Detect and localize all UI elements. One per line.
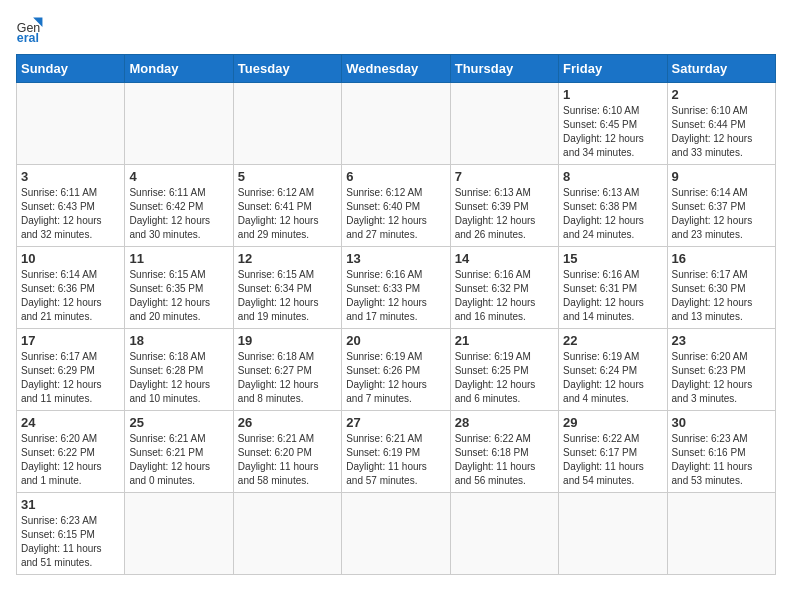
- calendar-day-cell: 11Sunrise: 6:15 AM Sunset: 6:35 PM Dayli…: [125, 247, 233, 329]
- calendar-day-cell: 14Sunrise: 6:16 AM Sunset: 6:32 PM Dayli…: [450, 247, 558, 329]
- day-info: Sunrise: 6:20 AM Sunset: 6:22 PM Dayligh…: [21, 432, 120, 488]
- calendar-week-row: 31Sunrise: 6:23 AM Sunset: 6:15 PM Dayli…: [17, 493, 776, 575]
- day-info: Sunrise: 6:18 AM Sunset: 6:28 PM Dayligh…: [129, 350, 228, 406]
- weekday-header: Friday: [559, 55, 667, 83]
- calendar-day-cell: 13Sunrise: 6:16 AM Sunset: 6:33 PM Dayli…: [342, 247, 450, 329]
- calendar-day-cell: 19Sunrise: 6:18 AM Sunset: 6:27 PM Dayli…: [233, 329, 341, 411]
- calendar-day-cell: [342, 493, 450, 575]
- calendar-day-cell: 16Sunrise: 6:17 AM Sunset: 6:30 PM Dayli…: [667, 247, 775, 329]
- calendar-day-cell: 2Sunrise: 6:10 AM Sunset: 6:44 PM Daylig…: [667, 83, 775, 165]
- calendar-day-cell: 8Sunrise: 6:13 AM Sunset: 6:38 PM Daylig…: [559, 165, 667, 247]
- calendar-day-cell: [233, 493, 341, 575]
- day-info: Sunrise: 6:20 AM Sunset: 6:23 PM Dayligh…: [672, 350, 771, 406]
- day-info: Sunrise: 6:22 AM Sunset: 6:18 PM Dayligh…: [455, 432, 554, 488]
- day-number: 13: [346, 251, 445, 266]
- calendar-table: SundayMondayTuesdayWednesdayThursdayFrid…: [16, 54, 776, 575]
- day-number: 20: [346, 333, 445, 348]
- day-number: 3: [21, 169, 120, 184]
- calendar-week-row: 24Sunrise: 6:20 AM Sunset: 6:22 PM Dayli…: [17, 411, 776, 493]
- day-info: Sunrise: 6:19 AM Sunset: 6:25 PM Dayligh…: [455, 350, 554, 406]
- day-info: Sunrise: 6:19 AM Sunset: 6:26 PM Dayligh…: [346, 350, 445, 406]
- calendar-day-cell: [233, 83, 341, 165]
- calendar-week-row: 3Sunrise: 6:11 AM Sunset: 6:43 PM Daylig…: [17, 165, 776, 247]
- day-number: 15: [563, 251, 662, 266]
- calendar-day-cell: 10Sunrise: 6:14 AM Sunset: 6:36 PM Dayli…: [17, 247, 125, 329]
- day-info: Sunrise: 6:14 AM Sunset: 6:36 PM Dayligh…: [21, 268, 120, 324]
- page-header: General: [16, 16, 776, 44]
- day-info: Sunrise: 6:14 AM Sunset: 6:37 PM Dayligh…: [672, 186, 771, 242]
- day-number: 10: [21, 251, 120, 266]
- day-number: 12: [238, 251, 337, 266]
- day-number: 23: [672, 333, 771, 348]
- day-info: Sunrise: 6:17 AM Sunset: 6:30 PM Dayligh…: [672, 268, 771, 324]
- calendar-day-cell: [17, 83, 125, 165]
- calendar-day-cell: 29Sunrise: 6:22 AM Sunset: 6:17 PM Dayli…: [559, 411, 667, 493]
- day-number: 28: [455, 415, 554, 430]
- day-number: 31: [21, 497, 120, 512]
- calendar-day-cell: 7Sunrise: 6:13 AM Sunset: 6:39 PM Daylig…: [450, 165, 558, 247]
- day-info: Sunrise: 6:11 AM Sunset: 6:43 PM Dayligh…: [21, 186, 120, 242]
- day-number: 25: [129, 415, 228, 430]
- day-info: Sunrise: 6:23 AM Sunset: 6:16 PM Dayligh…: [672, 432, 771, 488]
- calendar-day-cell: 25Sunrise: 6:21 AM Sunset: 6:21 PM Dayli…: [125, 411, 233, 493]
- calendar-week-row: 1Sunrise: 6:10 AM Sunset: 6:45 PM Daylig…: [17, 83, 776, 165]
- calendar-day-cell: 12Sunrise: 6:15 AM Sunset: 6:34 PM Dayli…: [233, 247, 341, 329]
- calendar-header-row: SundayMondayTuesdayWednesdayThursdayFrid…: [17, 55, 776, 83]
- day-number: 4: [129, 169, 228, 184]
- day-number: 11: [129, 251, 228, 266]
- calendar-day-cell: [125, 493, 233, 575]
- day-info: Sunrise: 6:16 AM Sunset: 6:31 PM Dayligh…: [563, 268, 662, 324]
- calendar-day-cell: [559, 493, 667, 575]
- day-info: Sunrise: 6:13 AM Sunset: 6:39 PM Dayligh…: [455, 186, 554, 242]
- calendar-day-cell: 28Sunrise: 6:22 AM Sunset: 6:18 PM Dayli…: [450, 411, 558, 493]
- day-info: Sunrise: 6:11 AM Sunset: 6:42 PM Dayligh…: [129, 186, 228, 242]
- calendar-day-cell: 22Sunrise: 6:19 AM Sunset: 6:24 PM Dayli…: [559, 329, 667, 411]
- calendar-day-cell: 9Sunrise: 6:14 AM Sunset: 6:37 PM Daylig…: [667, 165, 775, 247]
- day-number: 29: [563, 415, 662, 430]
- day-info: Sunrise: 6:10 AM Sunset: 6:44 PM Dayligh…: [672, 104, 771, 160]
- day-number: 16: [672, 251, 771, 266]
- day-number: 21: [455, 333, 554, 348]
- logo: General: [16, 16, 48, 44]
- day-number: 9: [672, 169, 771, 184]
- calendar-week-row: 10Sunrise: 6:14 AM Sunset: 6:36 PM Dayli…: [17, 247, 776, 329]
- day-number: 30: [672, 415, 771, 430]
- calendar-day-cell: [667, 493, 775, 575]
- day-number: 19: [238, 333, 337, 348]
- day-info: Sunrise: 6:18 AM Sunset: 6:27 PM Dayligh…: [238, 350, 337, 406]
- day-number: 8: [563, 169, 662, 184]
- calendar-day-cell: [125, 83, 233, 165]
- day-number: 18: [129, 333, 228, 348]
- day-number: 27: [346, 415, 445, 430]
- day-number: 6: [346, 169, 445, 184]
- weekday-header: Sunday: [17, 55, 125, 83]
- weekday-header: Tuesday: [233, 55, 341, 83]
- day-number: 7: [455, 169, 554, 184]
- calendar-day-cell: 15Sunrise: 6:16 AM Sunset: 6:31 PM Dayli…: [559, 247, 667, 329]
- calendar-day-cell: 6Sunrise: 6:12 AM Sunset: 6:40 PM Daylig…: [342, 165, 450, 247]
- weekday-header: Monday: [125, 55, 233, 83]
- day-number: 5: [238, 169, 337, 184]
- weekday-header: Wednesday: [342, 55, 450, 83]
- day-info: Sunrise: 6:21 AM Sunset: 6:21 PM Dayligh…: [129, 432, 228, 488]
- calendar-week-row: 17Sunrise: 6:17 AM Sunset: 6:29 PM Dayli…: [17, 329, 776, 411]
- day-info: Sunrise: 6:10 AM Sunset: 6:45 PM Dayligh…: [563, 104, 662, 160]
- calendar-day-cell: [450, 83, 558, 165]
- calendar-day-cell: 4Sunrise: 6:11 AM Sunset: 6:42 PM Daylig…: [125, 165, 233, 247]
- calendar-day-cell: 17Sunrise: 6:17 AM Sunset: 6:29 PM Dayli…: [17, 329, 125, 411]
- day-info: Sunrise: 6:17 AM Sunset: 6:29 PM Dayligh…: [21, 350, 120, 406]
- calendar-day-cell: 23Sunrise: 6:20 AM Sunset: 6:23 PM Dayli…: [667, 329, 775, 411]
- calendar-day-cell: 20Sunrise: 6:19 AM Sunset: 6:26 PM Dayli…: [342, 329, 450, 411]
- day-info: Sunrise: 6:12 AM Sunset: 6:41 PM Dayligh…: [238, 186, 337, 242]
- calendar-day-cell: 26Sunrise: 6:21 AM Sunset: 6:20 PM Dayli…: [233, 411, 341, 493]
- day-number: 22: [563, 333, 662, 348]
- day-info: Sunrise: 6:16 AM Sunset: 6:33 PM Dayligh…: [346, 268, 445, 324]
- weekday-header: Thursday: [450, 55, 558, 83]
- calendar-day-cell: 1Sunrise: 6:10 AM Sunset: 6:45 PM Daylig…: [559, 83, 667, 165]
- day-number: 14: [455, 251, 554, 266]
- day-number: 17: [21, 333, 120, 348]
- calendar-day-cell: 3Sunrise: 6:11 AM Sunset: 6:43 PM Daylig…: [17, 165, 125, 247]
- weekday-header: Saturday: [667, 55, 775, 83]
- day-number: 26: [238, 415, 337, 430]
- day-info: Sunrise: 6:16 AM Sunset: 6:32 PM Dayligh…: [455, 268, 554, 324]
